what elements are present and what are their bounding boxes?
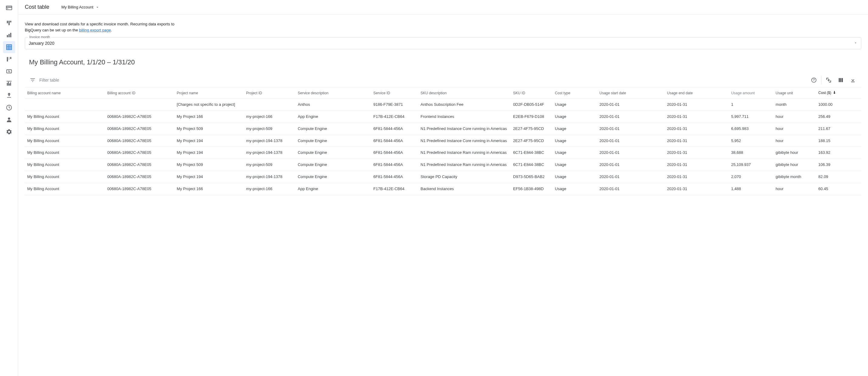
cell-service-description: Anthos <box>295 99 371 111</box>
cell-sku-id: 2E27-4F75-95CD <box>511 123 553 135</box>
cell-usage-start: 2020-01-01 <box>597 99 665 111</box>
group-by-icon[interactable] <box>823 75 835 86</box>
dropdown-icon <box>95 5 99 9</box>
account-picker[interactable]: My Billing Account <box>61 5 99 9</box>
columns-icon[interactable] <box>835 75 847 86</box>
svg-rect-21 <box>9 83 10 86</box>
column-header[interactable]: Usage unit <box>773 87 816 99</box>
nav-commitments-icon[interactable]: % <box>3 65 15 77</box>
cell-billing-account-id: 00680A-18982C-A78E05 <box>105 111 175 123</box>
cell-cost: 188.15 <box>816 135 861 147</box>
cell-cost: 211.67 <box>816 123 861 135</box>
cell-project-id: my-project-194-1378 <box>244 135 296 147</box>
filter-icon[interactable] <box>27 75 38 86</box>
table-row[interactable]: My Billing Account00680A-18982C-A78E05My… <box>25 111 861 123</box>
table-header-row: Billing account nameBilling account IDPr… <box>25 87 861 99</box>
cell-project-id: my-project-194-1378 <box>244 171 296 183</box>
table-row[interactable]: My Billing Account00680A-18982C-A78E05My… <box>25 159 861 171</box>
svg-rect-7 <box>8 34 10 37</box>
cell-cost-type: Usage <box>553 147 597 159</box>
cell-billing-account-name: My Billing Account <box>25 111 105 123</box>
nav-overview-icon[interactable] <box>3 17 15 29</box>
cell-usage-amount: 25,109.937 <box>728 159 773 171</box>
svg-rect-1 <box>6 7 11 7</box>
cell-project-name: My Project 509 <box>174 123 244 135</box>
column-header[interactable]: Service description <box>295 87 371 99</box>
column-header[interactable]: Usage amount <box>728 87 773 99</box>
filter-input[interactable]: Filter table <box>39 78 59 82</box>
cell-usage-unit: gibibyte month <box>773 171 816 183</box>
billing-export-link[interactable]: billing export page <box>79 28 111 32</box>
cell-project-name: My Project 194 <box>174 135 244 147</box>
cell-billing-account-id: 00680A-18982C-A78E05 <box>105 123 175 135</box>
column-header[interactable]: Cost type <box>553 87 597 99</box>
cell-billing-account-name: My Billing Account <box>25 123 105 135</box>
cell-cost-type: Usage <box>553 135 597 147</box>
nav-reports-icon[interactable] <box>3 29 15 41</box>
cell-usage-amount: 5,997.711 <box>728 111 773 123</box>
cell-billing-account-id: 00680A-18982C-A78E05 <box>105 159 175 171</box>
column-header[interactable]: Billing account ID <box>105 87 175 99</box>
cell-cost-type: Usage <box>553 111 597 123</box>
cell-billing-account-name: My Billing Account <box>25 159 105 171</box>
column-header[interactable]: Usage end date <box>665 87 729 99</box>
cell-usage-start: 2020-01-01 <box>597 111 665 123</box>
cell-usage-unit: gibibyte hour <box>773 147 816 159</box>
table-row[interactable]: My Billing Account00680A-18982C-A78E05My… <box>25 171 861 183</box>
cell-cost-type: Usage <box>553 183 597 195</box>
column-header[interactable]: Project ID <box>244 87 296 99</box>
sidebar: % <box>0 0 18 376</box>
cell-usage-end: 2020-01-31 <box>665 147 729 159</box>
svg-rect-16 <box>10 57 11 59</box>
nav-cost-table-icon[interactable] <box>3 41 15 53</box>
download-icon[interactable] <box>847 75 859 86</box>
column-header[interactable]: SKU ID <box>511 87 553 99</box>
cell-usage-end: 2020-01-31 <box>665 171 729 183</box>
column-header[interactable]: Project name <box>174 87 244 99</box>
cell-project-id: my-project-509 <box>244 159 296 171</box>
svg-rect-29 <box>840 78 841 82</box>
cell-sku-description: N1 Predefined Instance Ram running in Am… <box>418 159 511 171</box>
cost-table: Billing account nameBilling account IDPr… <box>25 87 861 195</box>
help-icon[interactable]: ? <box>808 75 820 86</box>
table-row[interactable]: [Charges not specific to a project]Antho… <box>25 99 861 111</box>
nav-settings-icon[interactable] <box>3 126 15 138</box>
date-range-heading: My Billing Account, 1/1/20 – 1/31/20 <box>29 58 861 66</box>
table-row[interactable]: My Billing Account00680A-18982C-A78E05My… <box>25 183 861 195</box>
cell-project-id: my-project-166 <box>244 111 296 123</box>
billing-product-icon[interactable] <box>3 2 15 14</box>
cell-billing-account-id: 00680A-18982C-A78E05 <box>105 183 175 195</box>
cell-service-id: 9186-F79E-3871 <box>371 99 418 111</box>
nav-budgets-icon[interactable] <box>3 77 15 90</box>
invoice-month-select[interactable]: Invoice month January 2020 <box>25 37 861 49</box>
invoice-month-value: January 2020 <box>29 41 55 46</box>
cell-usage-amount: 6,695.983 <box>728 123 773 135</box>
column-header[interactable]: SKU description <box>418 87 511 99</box>
filter-toolbar: Filter table ? <box>25 73 861 87</box>
cell-usage-amount: 38,688 <box>728 147 773 159</box>
cell-billing-account-id: 00680A-18982C-A78E05 <box>105 135 175 147</box>
cell-service-id: 6F81-5844-456A <box>371 123 418 135</box>
svg-rect-8 <box>10 33 11 37</box>
table-row[interactable]: My Billing Account00680A-18982C-A78E05My… <box>25 147 861 159</box>
nav-cost-breakdown-icon[interactable] <box>3 53 15 65</box>
table-row[interactable]: My Billing Account00680A-18982C-A78E05My… <box>25 123 861 135</box>
cell-service-id: 6F81-5844-456A <box>371 159 418 171</box>
cell-cost-type: Usage <box>553 99 597 111</box>
column-header[interactable]: Service ID <box>371 87 418 99</box>
nav-transactions-icon[interactable] <box>3 102 15 114</box>
column-header[interactable]: Billing account name <box>25 87 105 99</box>
column-header[interactable]: Usage start date <box>597 87 665 99</box>
cell-service-description: App Engine <box>295 111 371 123</box>
cell-cost: 1000.00 <box>816 99 861 111</box>
nav-export-icon[interactable] <box>3 90 15 102</box>
cell-billing-account-name: My Billing Account <box>25 171 105 183</box>
cell-project-name: My Project 194 <box>174 147 244 159</box>
nav-payment-icon[interactable] <box>3 114 15 126</box>
cell-usage-amount: 1 <box>728 99 773 111</box>
cell-cost-type: Usage <box>553 159 597 171</box>
invoice-month-label: Invoice month <box>28 35 51 39</box>
table-row[interactable]: My Billing Account00680A-18982C-A78E05My… <box>25 135 861 147</box>
cell-usage-start: 2020-01-01 <box>597 159 665 171</box>
column-header[interactable]: Cost ($) <box>816 87 861 99</box>
